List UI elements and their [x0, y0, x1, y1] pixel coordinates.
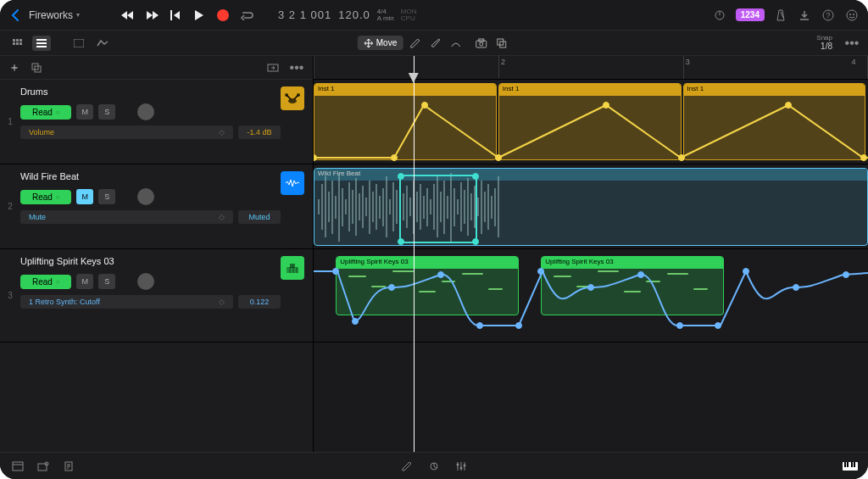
- play-button[interactable]: [192, 8, 207, 23]
- automation-point[interactable]: [472, 173, 479, 180]
- automation-point[interactable]: [352, 318, 359, 325]
- automation-value[interactable]: 0.122: [238, 295, 281, 309]
- solo-button[interactable]: S: [98, 104, 115, 120]
- move-tool-button[interactable]: Move: [358, 36, 403, 50]
- header-more-icon[interactable]: •••: [289, 60, 304, 75]
- tuner-icon[interactable]: [712, 8, 727, 23]
- rewind-button[interactable]: [120, 8, 136, 23]
- cycle-button[interactable]: [239, 8, 254, 23]
- edit-icon[interactable]: [399, 459, 415, 474]
- automation-point[interactable]: [476, 322, 483, 329]
- automation-mode-button[interactable]: Read: [20, 105, 71, 120]
- volume-knob[interactable]: [137, 273, 154, 290]
- ruler[interactable]: 2 3 4: [314, 56, 868, 80]
- solo-button[interactable]: S: [98, 274, 115, 289]
- automation-mode-button[interactable]: Read: [20, 275, 71, 289]
- download-icon[interactable]: [797, 8, 812, 23]
- metronome-icon[interactable]: [773, 8, 788, 23]
- region-wildfire[interactable]: Wild Fire Beat: [314, 168, 868, 246]
- track-lane-3[interactable]: Uplifting Spirit Keys 03 Uplifting Spiri…: [314, 249, 868, 343]
- automation-point[interactable]: [391, 154, 398, 161]
- region-view-icon[interactable]: [70, 36, 88, 51]
- automation-point[interactable]: [715, 322, 721, 329]
- automation-mode-button[interactable]: Read: [20, 190, 71, 204]
- plugin-icon[interactable]: [426, 459, 442, 474]
- automation-point[interactable]: [398, 173, 404, 180]
- automation-point[interactable]: [472, 238, 479, 245]
- keyboard-icon[interactable]: [843, 459, 858, 474]
- automation-point[interactable]: [587, 284, 594, 291]
- settings-icon[interactable]: [844, 8, 860, 23]
- tracks-scroll-area[interactable]: Inst 1 Inst 1 Inst 1: [314, 80, 868, 452]
- automation-value[interactable]: -1.4 dB: [238, 125, 281, 139]
- duplicate-tool-icon[interactable]: [493, 35, 510, 52]
- mute-button[interactable]: M: [76, 104, 93, 120]
- automation-point[interactable]: [495, 154, 502, 161]
- region-keys-1[interactable]: Uplifting Spirit Keys 03: [336, 256, 519, 315]
- region-drums-2[interactable]: Inst 1: [498, 83, 682, 160]
- track-header-2[interactable]: 2 Wild Fire Beat Read M S Mute◇ Muted: [0, 164, 313, 249]
- automation-param-selector[interactable]: 1 Retro Synth: Cutoff◇: [20, 295, 233, 309]
- mixer-icon[interactable]: [453, 459, 469, 474]
- automation-point[interactable]: [860, 154, 867, 161]
- automation-point[interactable]: [332, 268, 339, 275]
- curve-tool-icon[interactable]: [448, 35, 465, 52]
- camera-tool-icon[interactable]: [473, 35, 490, 52]
- automation-point[interactable]: [515, 322, 522, 329]
- region-drums-1[interactable]: Inst 1: [314, 83, 497, 160]
- snap-control[interactable]: Snap 1/8: [816, 34, 832, 53]
- automation-view-icon[interactable]: [93, 36, 112, 51]
- region-keys-2[interactable]: Uplifting Spirit Keys 03: [541, 256, 724, 315]
- help-icon[interactable]: ?: [821, 8, 836, 23]
- timeline-area[interactable]: 2 3 4 Inst 1 Inst 1: [314, 56, 868, 452]
- playhead[interactable]: [414, 56, 415, 452]
- automation-point[interactable]: [437, 271, 444, 278]
- notes-icon[interactable]: [61, 459, 76, 474]
- audio-instrument-icon[interactable]: [281, 171, 304, 195]
- count-in-badge[interactable]: 1234: [736, 8, 765, 21]
- go-to-start-button[interactable]: [168, 8, 183, 23]
- track-header-1[interactable]: 1 Drums Read M S Volume◇ -1.4 dB: [0, 80, 313, 164]
- automation-point[interactable]: [603, 102, 609, 109]
- solo-button[interactable]: S: [98, 189, 115, 204]
- track-header-3[interactable]: 3 Uplifting Spirit Keys 03 Read M S 1 Re…: [0, 249, 313, 343]
- duplicate-track-icon[interactable]: [29, 60, 44, 75]
- add-track-button[interactable]: ＋: [8, 60, 20, 75]
- mute-button[interactable]: M: [76, 274, 93, 289]
- automation-point[interactable]: [637, 271, 644, 278]
- mute-automation-region[interactable]: [399, 175, 477, 243]
- browser-icon[interactable]: [10, 459, 25, 474]
- catch-playhead-icon[interactable]: [265, 60, 281, 75]
- track-lane-2[interactable]: Wild Fire Beat: [314, 164, 868, 249]
- region-drums-3[interactable]: Inst 1: [683, 83, 866, 160]
- automation-point[interactable]: [398, 238, 404, 245]
- automation-point[interactable]: [843, 271, 849, 278]
- drums-instrument-icon[interactable]: [281, 86, 304, 110]
- track-lane-1[interactable]: Inst 1 Inst 1 Inst 1: [314, 80, 868, 164]
- pencil-tool-icon[interactable]: [407, 35, 424, 52]
- project-title[interactable]: Fireworks ▾: [29, 9, 80, 21]
- volume-knob[interactable]: [137, 103, 154, 120]
- automation-point[interactable]: [676, 322, 683, 329]
- back-button[interactable]: [8, 8, 22, 22]
- automation-point[interactable]: [421, 102, 428, 109]
- automation-point[interactable]: [785, 102, 792, 109]
- lcd-display[interactable]: 3 2 1 001 120.0 4/4 A min MON CPU: [278, 8, 416, 22]
- automation-point[interactable]: [537, 268, 544, 275]
- volume-knob[interactable]: [137, 188, 154, 205]
- list-view-icon[interactable]: [32, 36, 51, 51]
- automation-point[interactable]: [743, 268, 749, 275]
- brush-tool-icon[interactable]: [427, 35, 444, 52]
- mute-button[interactable]: M: [76, 189, 93, 204]
- automation-point[interactable]: [388, 284, 395, 291]
- automation-param-selector[interactable]: Mute◇: [20, 210, 233, 224]
- keys-instrument-icon[interactable]: [281, 256, 304, 280]
- automation-point[interactable]: [793, 284, 799, 291]
- record-button[interactable]: [215, 8, 231, 23]
- forward-button[interactable]: [144, 8, 159, 23]
- automation-param-selector[interactable]: Volume◇: [20, 125, 233, 139]
- more-icon[interactable]: •••: [844, 36, 860, 51]
- automation-point[interactable]: [678, 154, 685, 161]
- loop-browser-icon[interactable]: [36, 459, 51, 474]
- automation-value[interactable]: Muted: [238, 210, 281, 224]
